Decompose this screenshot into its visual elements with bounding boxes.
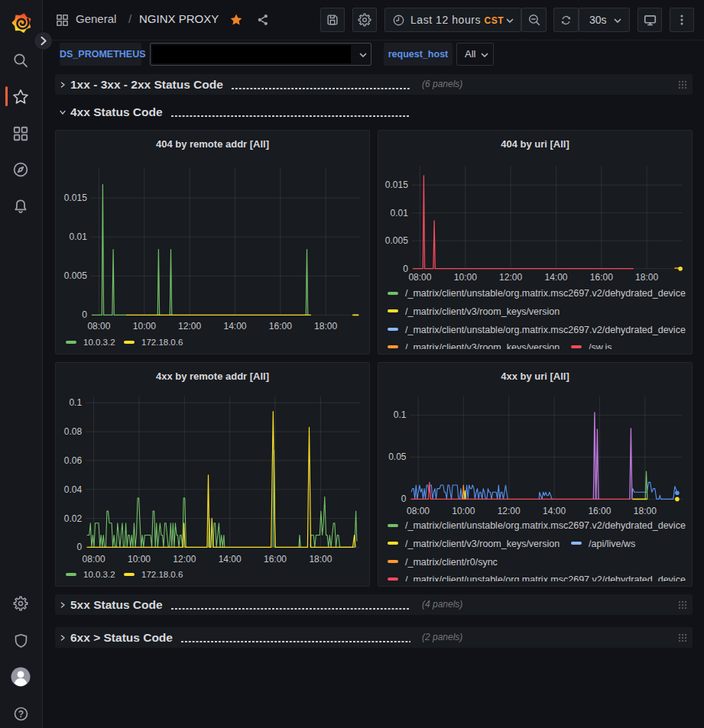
svg-text:?: ? [18,709,24,720]
